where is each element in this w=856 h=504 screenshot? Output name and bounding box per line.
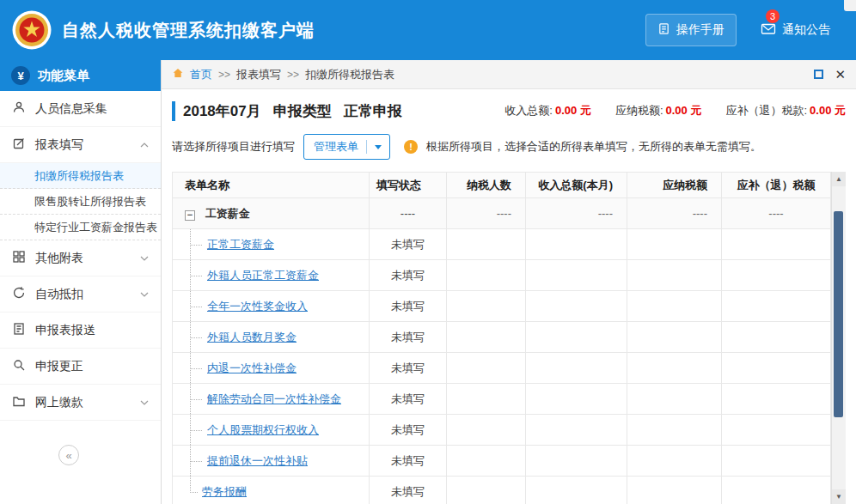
manage-forms-button[interactable]: 管理表单 [303, 134, 390, 160]
income-cell [526, 384, 627, 415]
form-name-link[interactable]: 外籍人员正常工资薪金 [207, 269, 319, 282]
forms-table-container: 表单名称 填写状态 纳税人数 收入总额(本月) 应纳税额 应补（退）税额 工资薪… [172, 172, 846, 504]
taxpayers-cell [447, 322, 526, 353]
fill-status-cell: 未填写 [370, 291, 447, 322]
form-name-link[interactable]: 劳务报酬 [202, 485, 247, 498]
refund-cell [722, 477, 831, 504]
form-name-link[interactable]: 工资薪金 [205, 207, 250, 220]
report-filling-submenu: 扣缴所得税报告表 限售股转让所得报告表 特定行业工资薪金报告表 [0, 163, 161, 240]
total-income-stat: 收入总额:0.00 元 [504, 103, 591, 118]
declaration-type-value: 正常申报 [344, 101, 402, 121]
sidebar-collapse-button[interactable]: « [58, 445, 79, 465]
tax-cell [627, 477, 722, 504]
taxpayers-cell [447, 353, 526, 384]
taxpayers-cell [447, 477, 526, 504]
breadcrumb-report-filling[interactable]: 报表填写 [236, 67, 281, 82]
refund-cell [722, 322, 831, 353]
breadcrumb: 首页 >> 报表填写 >> 扣缴所得税报告表 ✕ [162, 60, 856, 89]
sidebar-item-auto-deduction[interactable]: 自动抵扣 [0, 276, 161, 313]
document-icon [657, 22, 670, 38]
tax-cell [627, 353, 722, 384]
sidebar-item-declaration-submission[interactable]: 申报表报送 [0, 313, 161, 349]
income-cell [526, 353, 627, 384]
info-text: 根据所得项目，选择合适的所得表单填写，无所得的表单无需填写。 [426, 139, 761, 155]
refund-cell [722, 291, 831, 322]
income-cell [526, 322, 627, 353]
income-cell [526, 446, 627, 477]
app-title: 自然人税收管理系统扣缴客户端 [62, 19, 315, 42]
income-cell [526, 229, 627, 260]
submenu-item-withholding-tax-report[interactable]: 扣缴所得税报告表 [0, 163, 161, 189]
home-icon [172, 67, 184, 82]
refund-cell [722, 353, 831, 384]
tax-cell: ---- [627, 198, 722, 229]
fill-status-cell: 未填写 [370, 353, 447, 384]
dropdown-caret-icon [366, 140, 389, 154]
refund-cell [722, 260, 831, 291]
edit-icon [12, 137, 26, 153]
form-name-link[interactable]: 内退一次性补偿金 [207, 361, 297, 374]
refund-cell [722, 384, 831, 415]
tree-collapse-icon[interactable] [185, 210, 195, 221]
scroll-up-arrow-icon[interactable]: ▲ [832, 172, 846, 186]
folder-icon [12, 394, 26, 410]
menu-circle-icon: ¥ [11, 66, 30, 85]
manual-button[interactable]: 操作手册 [645, 14, 737, 46]
taxpayers-cell [447, 415, 526, 446]
fill-status-cell: 未填写 [370, 477, 447, 504]
taxpayers-cell [447, 229, 526, 260]
sidebar-item-online-payment[interactable]: 网上缴款 [0, 385, 161, 421]
restore-window-icon[interactable] [814, 70, 823, 79]
refresh-icon [12, 286, 26, 302]
scrollbar-thumb[interactable] [834, 211, 843, 417]
close-icon[interactable]: ✕ [835, 68, 846, 81]
submenu-item-restricted-shares-report[interactable]: 限售股转让所得报告表 [0, 189, 161, 215]
fill-status-cell: 未填写 [370, 446, 447, 477]
table-row: 个人股票期权行权收入 未填写 [173, 415, 831, 446]
column-header-tax: 应纳税额 [627, 173, 722, 198]
forms-table: 表单名称 填写状态 纳税人数 收入总额(本月) 应纳税额 应补（退）税额 工资薪… [172, 172, 831, 504]
tax-cell [627, 322, 722, 353]
sidebar-item-personnel-info[interactable]: 人员信息采集 [0, 91, 161, 127]
tax-cell [627, 384, 722, 415]
scroll-down-arrow-icon[interactable]: ▼ [832, 489, 846, 504]
form-name-link[interactable]: 正常工资薪金 [207, 238, 274, 251]
notice-badge: 3 [766, 9, 780, 23]
column-header-form-name: 表单名称 [173, 173, 370, 198]
column-header-refund: 应补（退）税额 [722, 173, 831, 198]
sidebar-item-declaration-correction[interactable]: 申报更正 [0, 349, 161, 385]
chevron-up-icon [140, 143, 149, 148]
form-name-link[interactable]: 外籍人员数月奖金 [207, 331, 297, 343]
taxpayers-cell [447, 260, 526, 291]
sidebar-item-other-schedules[interactable]: 其他附表 [0, 240, 161, 276]
breadcrumb-current-page: 扣缴所得税报告表 [305, 67, 394, 82]
income-cell [526, 477, 627, 504]
form-table-body: 工资薪金 ---- ---- ---- ---- ---- 正常工资薪金 未填写… [173, 198, 831, 504]
form-name-link[interactable]: 解除劳动合同一次性补偿金 [207, 392, 341, 405]
refund-cell [722, 229, 831, 260]
table-row: 全年一次性奖金收入 未填写 [173, 291, 831, 322]
form-name-link[interactable]: 全年一次性奖金收入 [207, 300, 308, 313]
manual-button-label: 操作手册 [676, 22, 725, 38]
breadcrumb-home[interactable]: 首页 [190, 67, 212, 82]
table-row: 内退一次性补偿金 未填写 [173, 353, 831, 384]
window-edge-artifact [844, 0, 856, 11]
page-title: 2018年07月 申报类型 正常申报 [172, 101, 402, 121]
taxpayers-cell [447, 291, 526, 322]
report-panel: 2018年07月 申报类型 正常申报 收入总额:0.00 元 应纳税额:0.00… [162, 89, 856, 504]
tax-refund-stat: 应补（退）税款:0.00 元 [725, 103, 846, 118]
vertical-scrollbar[interactable]: ▲ ▼ [831, 172, 846, 504]
sidebar: ¥ 功能菜单 人员信息采集 报表填写 扣缴所得税报告表 [0, 60, 162, 504]
refund-cell: ---- [722, 198, 831, 229]
table-row: 解除劳动合同一次性补偿金 未填写 [173, 384, 831, 415]
form-name-link[interactable]: 个人股票期权行权收入 [207, 423, 319, 436]
sidebar-item-report-filling[interactable]: 报表填写 [0, 127, 161, 163]
tax-refund-value: 0.00 元 [810, 104, 846, 117]
fill-status-cell: ---- [370, 198, 447, 229]
submenu-item-specific-industry-report[interactable]: 特定行业工资薪金报告表 [0, 215, 161, 240]
form-name-link[interactable]: 提前退休一次性补贴 [207, 454, 308, 467]
taxpayers-cell: ---- [447, 198, 526, 229]
tax-cell [627, 415, 722, 446]
sidebar-title: 功能菜单 [38, 68, 89, 84]
notice-button[interactable]: 3 通知公告 [759, 17, 832, 43]
